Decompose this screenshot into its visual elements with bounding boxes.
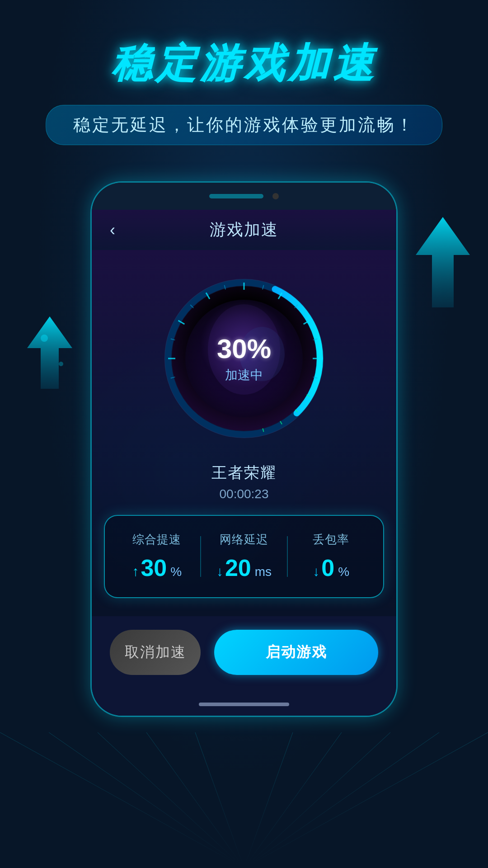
subtitle-text: 稳定无延迟，让你的游戏体验更加流畅！ (73, 115, 415, 134)
gauge-container: 30% 加速中 (158, 273, 330, 444)
phone-screen-title: 游戏加速 (210, 219, 278, 241)
subtitle-banner: 稳定无延迟，让你的游戏体验更加流畅！ (46, 105, 442, 145)
page-container: 稳定游戏加速 稳定无延迟，让你的游戏体验更加流畅！ ‹ 游戏加速 (0, 0, 488, 868)
home-indicator (199, 703, 289, 706)
gauge-center: 30% 加速中 (217, 333, 271, 384)
game-time: 00:00:23 (211, 487, 277, 501)
game-info: 王者荣耀 00:00:23 (211, 462, 277, 501)
cancel-button[interactable]: 取消加速 (110, 630, 201, 675)
start-game-button[interactable]: 启动游戏 (214, 630, 378, 675)
phone-notch-area (92, 183, 396, 210)
gauge-percent: 30% (217, 333, 271, 364)
gauge-label: 加速中 (217, 367, 271, 384)
phone-header: ‹ 游戏加速 (92, 210, 396, 250)
game-name: 王者荣耀 (211, 462, 277, 483)
phone-actions: 取消加速 启动游戏 (92, 616, 396, 698)
phone-content: 30% 加速中 王者荣耀 00:00:23 综合提速 ↑ 30 % (92, 250, 396, 616)
main-title: 稳定游戏加速 (111, 36, 377, 91)
phone-mockup: ‹ 游戏加速 (90, 181, 398, 717)
phone-camera (272, 193, 279, 199)
phone-home-bar (92, 698, 396, 716)
phone-notch (209, 194, 263, 198)
back-button[interactable]: ‹ (110, 221, 115, 240)
